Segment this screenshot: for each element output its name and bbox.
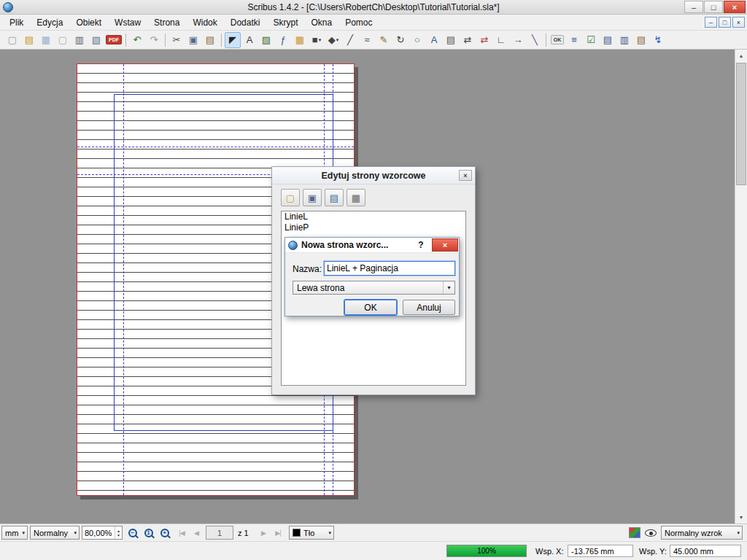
menu-wstaw[interactable]: Wstaw	[108, 15, 147, 30]
import-master-page-icon[interactable]: ▤	[325, 189, 344, 206]
mdi-close-button[interactable]: ×	[732, 17, 745, 28]
measurements-icon[interactable]: ∟	[493, 32, 509, 48]
zoom-default-button[interactable]: 1	[141, 526, 156, 540]
cut-icon[interactable]: ✂	[169, 32, 185, 48]
pdf-text-field-icon[interactable]: ≡	[566, 32, 582, 48]
menu-obiekt[interactable]: Obiekt	[69, 15, 108, 30]
undo-icon-glyph: ↶	[133, 35, 142, 44]
coord-y-value: 45.000 mm	[670, 545, 741, 557]
vertical-scrollbar-thumb[interactable]	[736, 63, 746, 185]
chevron-down-icon: ▾	[328, 530, 331, 536]
pdf-text-annotation-icon[interactable]: ▤	[633, 32, 649, 48]
page-number-input[interactable]	[206, 526, 233, 540]
insert-shape-icon[interactable]: ■▾	[309, 32, 325, 48]
pdf-list-box-icon[interactable]: ▥	[616, 32, 632, 48]
toolbar-separator	[546, 34, 546, 47]
insert-render-frame-icon[interactable]: ƒ	[275, 32, 291, 48]
last-page-button[interactable]: ▶|	[271, 526, 285, 540]
copy-icon[interactable]: ▣	[185, 32, 201, 48]
undo-icon[interactable]: ↶	[129, 32, 145, 48]
pdf-combo-box-icon[interactable]: ▤	[600, 32, 616, 48]
color-management-icon[interactable]	[629, 527, 640, 538]
spinner-arrows[interactable]: ▲ ▼	[115, 526, 122, 539]
document-canvas[interactable]: Edytuj strony wzorcowe × ▢▣▤▦ LinieLLini…	[0, 50, 747, 524]
menu-edycja[interactable]: Edycja	[30, 15, 69, 30]
insert-image-frame-icon[interactable]: ▨	[258, 32, 274, 48]
preview-mode-eye-icon[interactable]	[645, 529, 657, 537]
pdf-push-button-icon[interactable]: OK	[549, 32, 565, 48]
zoom-level-spinner[interactable]: 80,00% ▲ ▼	[82, 526, 123, 540]
next-page-button[interactable]: ▶	[257, 526, 270, 540]
save-document-icon[interactable]: ▦	[38, 32, 54, 48]
print-document-icon[interactable]: ▥	[71, 32, 88, 48]
paste-icon[interactable]: ▤	[202, 32, 218, 48]
view-mode-dropdown[interactable]: Normalny wzrok ▾	[661, 526, 743, 540]
add-master-page-icon[interactable]: ▢	[281, 189, 300, 206]
toolbar-separator	[165, 34, 166, 47]
scroll-up-icon[interactable]: ▲	[735, 50, 747, 62]
story-editor-icon[interactable]: ▤	[443, 32, 459, 48]
menu-dodatki[interactable]: Dodatki	[224, 15, 267, 30]
insert-table-icon[interactable]: ▦	[292, 32, 308, 48]
insert-freehand-icon[interactable]: ✎	[376, 32, 392, 48]
menu-plik[interactable]: Plik	[3, 15, 30, 30]
print-preview-icon[interactable]: ▧	[88, 32, 104, 48]
close-button[interactable]: ×	[724, 1, 746, 13]
menu-skrypt[interactable]: Skrypt	[266, 15, 304, 30]
eyedropper-icon[interactable]: ╲	[527, 32, 543, 48]
menu-strona[interactable]: Strona	[147, 15, 186, 30]
open-document-icon[interactable]: ▤	[21, 32, 37, 48]
zoom-icon[interactable]: ○	[409, 32, 425, 48]
layer-dropdown[interactable]: Tło ▾	[289, 526, 334, 540]
close-document-icon[interactable]: ▢	[55, 32, 71, 48]
duplicate-master-page-icon[interactable]: ▣	[303, 189, 322, 206]
maximize-button[interactable]: □	[704, 1, 723, 13]
menu-okna[interactable]: Okna	[304, 15, 338, 30]
ok-button[interactable]: OK	[344, 300, 397, 315]
rotate-item-icon[interactable]: ↻	[392, 32, 409, 48]
copy-item-properties-icon[interactable]: →	[510, 32, 526, 48]
pdf-check-box-icon[interactable]: ☑	[583, 32, 599, 48]
menu-widok[interactable]: Widok	[186, 15, 223, 30]
image-quality-dropdown[interactable]: Normalny ▾	[30, 526, 80, 540]
insert-polygon-icon[interactable]: ◆▾	[325, 32, 341, 48]
master-page-item[interactable]: LinieP	[282, 222, 465, 233]
cancel-button[interactable]: Anuluj	[403, 300, 455, 315]
spin-down-icon[interactable]: ▼	[115, 533, 122, 537]
pdf-link-annotation-icon[interactable]: ↯	[650, 32, 666, 48]
print-document-icon-glyph: ▥	[75, 35, 84, 44]
delete-master-page-icon[interactable]: ▦	[347, 189, 365, 206]
zoom-in-button[interactable]: +	[157, 526, 172, 540]
insert-line-icon[interactable]: ╱	[342, 32, 358, 48]
link-text-frames-icon[interactable]: ⇄	[460, 32, 476, 48]
dialog-close-button[interactable]: ×	[432, 238, 458, 252]
master-page-item[interactable]: LinieL	[282, 211, 465, 222]
page-side-dropdown[interactable]: Lewa strona ▾	[293, 281, 455, 295]
mdi-minimize-button[interactable]: –	[705, 17, 717, 28]
edit-contents-icon[interactable]: A	[426, 32, 442, 48]
insert-text-frame-icon[interactable]: A	[241, 32, 258, 48]
new-document-icon[interactable]: ▢	[4, 32, 20, 48]
menu-pomoc[interactable]: Pomoc	[338, 15, 379, 30]
select-item-icon[interactable]: ◤	[225, 32, 241, 48]
edit-master-pages-title[interactable]: Edytuj strony wzorcowe ×	[272, 167, 475, 184]
first-page-button[interactable]: |◀	[175, 526, 188, 540]
insert-bezier-icon[interactable]: ≈	[359, 32, 375, 48]
coord-y-label: Wsp. Y:	[639, 547, 667, 556]
unit-dropdown[interactable]: mm ▾	[1, 526, 28, 540]
mdi-restore-button[interactable]: □	[719, 17, 731, 28]
insert-line-icon-glyph: ╱	[347, 35, 353, 44]
select-item-icon-glyph: ◤	[229, 35, 236, 44]
vertical-scrollbar[interactable]: ▲ ▼	[735, 50, 747, 524]
export-pdf-icon[interactable]: PDF	[105, 32, 123, 48]
unlink-text-frames-icon[interactable]: ⇄	[476, 32, 492, 48]
redo-icon[interactable]: ↷	[146, 32, 162, 48]
master-page-name-input[interactable]	[324, 261, 455, 276]
scroll-down-icon[interactable]: ▼	[735, 511, 747, 524]
zoom-out-button[interactable]: −	[125, 526, 140, 540]
minimize-button[interactable]: –	[684, 1, 703, 13]
edit-master-pages-close-button[interactable]: ×	[459, 170, 472, 181]
previous-page-button[interactable]: ◀	[190, 526, 203, 540]
help-button[interactable]: ?	[415, 239, 427, 251]
new-master-page-titlebar[interactable]: Nowa strona wzorc... ? ×	[285, 238, 459, 253]
